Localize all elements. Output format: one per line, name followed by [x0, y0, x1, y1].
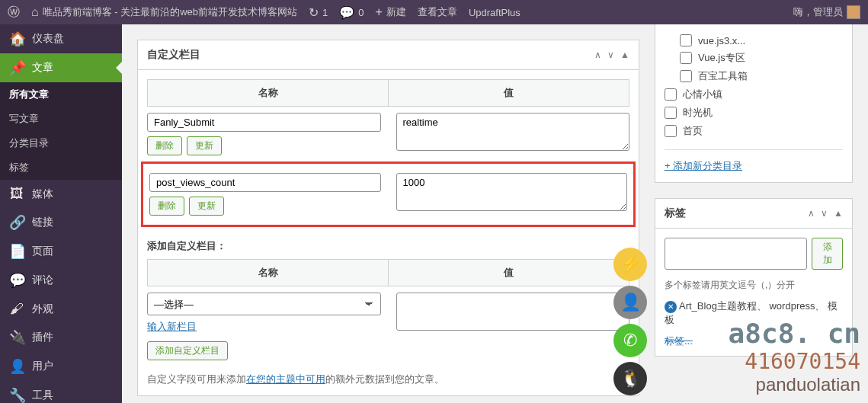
menu-links[interactable]: 🔗链接: [0, 208, 122, 237]
contact-icon[interactable]: ⚡: [613, 248, 647, 281]
theme-usage-link[interactable]: 在您的主题中可用: [246, 373, 325, 385]
new-meta-value-input[interactable]: [396, 293, 630, 331]
meta-entry-row-highlighted: 删除 更新 1000: [141, 162, 636, 227]
tag-cloud-link[interactable]: 标签...: [665, 335, 693, 347]
tag-hint: 多个标签请用英文逗号（,）分开: [655, 279, 852, 299]
th-value: 值: [389, 80, 629, 106]
page-icon: 📄: [9, 243, 24, 260]
submenu-categories[interactable]: 分类目录: [0, 131, 122, 155]
menu-tools[interactable]: 🔧工具: [0, 381, 122, 403]
update-button[interactable]: 更新: [189, 197, 224, 216]
category-item[interactable]: Vue.js专区: [680, 49, 843, 67]
user-icon: 👤: [9, 358, 24, 375]
comments-link[interactable]: 💬0: [339, 5, 364, 20]
meta-name-input[interactable]: [149, 173, 381, 192]
metabox-description: 自定义字段可用来添加在您的主题中可用的额外元数据到您的文章。: [147, 373, 629, 386]
admin-bar: ⓦ ⌂唯品秀前端博客 - 关注最前沿的web前端开发技术博客网站 ↻1 💬0 +…: [0, 0, 868, 24]
th-name: 名称: [148, 260, 389, 286]
wrench-icon: 🔧: [9, 387, 24, 403]
wp-logo[interactable]: ⓦ: [8, 5, 20, 21]
right-column: vue.js3.x... Vue.js专区 百宝工具箱 心情小镇 时光机 首页 …: [655, 24, 868, 403]
category-item[interactable]: vue.js3.x...: [680, 32, 843, 49]
collapse-button[interactable]: ▲: [620, 50, 629, 60]
link-icon: 🔗: [9, 214, 24, 231]
refresh-link[interactable]: ↻1: [309, 5, 328, 20]
enter-new-link[interactable]: 输入新栏目: [147, 320, 381, 334]
delete-button[interactable]: 删除: [147, 136, 182, 155]
move-up-button[interactable]: ∧: [594, 50, 601, 60]
add-category-link[interactable]: + 添加新分类目录: [665, 149, 843, 173]
tags-box: 标签 ∧ ∨ ▲ 添加 多个标签请用英文逗号（,）分开 ✕Art_Blog主题教…: [655, 198, 853, 357]
gauge-icon: 🏠: [9, 30, 24, 47]
menu-users[interactable]: 👤用户: [0, 352, 122, 381]
menu-appearance[interactable]: 🖌外观: [0, 295, 122, 323]
meta-value-input[interactable]: realtime: [396, 113, 630, 151]
menu-plugins[interactable]: 🔌插件: [0, 323, 122, 352]
menu-pages[interactable]: 📄页面: [0, 237, 122, 266]
menu-dashboard[interactable]: 🏠仪表盘: [0, 24, 122, 53]
remove-tag-icon[interactable]: ✕: [665, 301, 677, 313]
meta-name-select[interactable]: —选择—: [147, 293, 381, 315]
update-button[interactable]: 更新: [187, 136, 222, 155]
delete-button[interactable]: 删除: [149, 197, 184, 216]
menu-media[interactable]: 🖼媒体: [0, 180, 122, 208]
tags-title: 标签: [665, 206, 686, 220]
metabox-title: 自定义栏目: [147, 48, 200, 62]
add-section-title: 添加自定义栏目：: [147, 239, 629, 253]
tag-input[interactable]: [665, 238, 807, 270]
category-item[interactable]: 百宝工具箱: [680, 67, 843, 85]
menu-posts[interactable]: 📌文章: [0, 53, 122, 82]
pin-icon: 📌: [9, 59, 24, 76]
floating-contact-icons: ⚡ 👤 ✆ 🐧: [613, 248, 647, 395]
th-value: 值: [389, 260, 629, 286]
avatar: [847, 5, 860, 19]
view-post-link[interactable]: 查看文章: [418, 5, 457, 19]
category-item[interactable]: 首页: [665, 122, 843, 140]
add-custom-field-button[interactable]: 添加自定义栏目: [147, 341, 228, 360]
contact-icon[interactable]: 👤: [613, 286, 647, 319]
admin-sidebar: 🏠仪表盘 📌文章 所有文章 写文章 分类目录 标签 🖼媒体 🔗链接 📄页面 💬评…: [0, 24, 122, 403]
menu-comments[interactable]: 💬评论: [0, 266, 122, 295]
move-up-button[interactable]: ∧: [808, 208, 815, 219]
tag-item: ✕Art_Blog主题教程、 wordpress、 模板: [655, 299, 852, 334]
submenu-tags[interactable]: 标签: [0, 155, 122, 180]
greeting-link[interactable]: 嗨，管理员: [793, 5, 860, 19]
plug-icon: 🔌: [9, 329, 24, 346]
add-tag-button[interactable]: 添加: [812, 238, 843, 270]
media-icon: 🖼: [9, 186, 24, 202]
category-item[interactable]: 心情小镇: [665, 85, 843, 104]
wechat-icon[interactable]: ✆: [613, 324, 647, 357]
category-item[interactable]: 时光机: [665, 104, 843, 122]
main-content: 自定义栏目 ∧ ∨ ▲ 名称 值 删除 更新: [122, 24, 655, 403]
qq-icon[interactable]: 🐧: [613, 362, 647, 395]
brush-icon: 🖌: [9, 301, 24, 317]
collapse-button[interactable]: ▲: [834, 208, 843, 219]
updraft-link[interactable]: UpdraftPlus: [469, 7, 520, 18]
site-name-link[interactable]: ⌂唯品秀前端博客 - 关注最前沿的web前端开发技术博客网站: [31, 5, 297, 19]
meta-entry-row: 删除 更新 realtime: [147, 113, 629, 155]
submenu-all-posts[interactable]: 所有文章: [0, 82, 122, 107]
move-down-button[interactable]: ∨: [607, 50, 614, 60]
th-name: 名称: [148, 80, 389, 106]
new-content-link[interactable]: +新建: [376, 5, 406, 19]
meta-value-input[interactable]: 1000: [396, 173, 628, 211]
submenu-new-post[interactable]: 写文章: [0, 107, 122, 131]
custom-fields-box: 自定义栏目 ∧ ∨ ▲ 名称 值 删除 更新: [137, 40, 639, 396]
move-down-button[interactable]: ∨: [821, 208, 828, 219]
comment-icon: 💬: [9, 272, 24, 289]
meta-name-input[interactable]: [147, 113, 381, 132]
